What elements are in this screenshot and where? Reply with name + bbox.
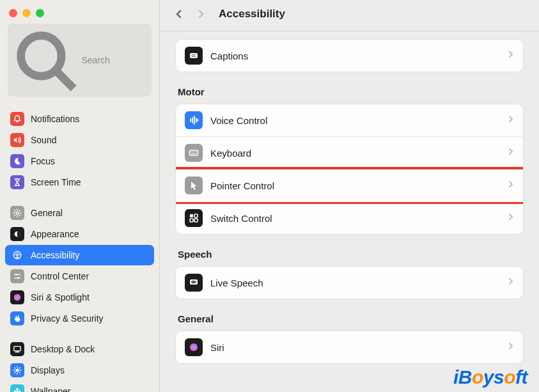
row-switch-control[interactable]: Switch Control: [176, 201, 523, 234]
row-label: Keyboard: [210, 148, 251, 159]
row-label: Siri: [210, 342, 224, 353]
svg-rect-12: [15, 351, 20, 352]
speaker-icon: [10, 133, 24, 147]
sidebar-item-label: Wallpaper: [31, 386, 71, 393]
sidebar-item-label: Displays: [31, 365, 65, 375]
svg-rect-11: [14, 346, 21, 350]
sidebar-item-label: Focus: [31, 156, 55, 166]
sidebar-item-screen-time[interactable]: Screen Time: [5, 172, 154, 192]
back-button[interactable]: [171, 6, 187, 22]
svg-rect-47: [194, 219, 198, 222]
sidebar-item-control-center[interactable]: Control Center: [5, 266, 154, 286]
row-captions[interactable]: CCCaptions: [176, 40, 523, 72]
sidebar-item-sound[interactable]: Sound: [5, 130, 154, 150]
sidebar-item-focus[interactable]: Focus: [5, 151, 154, 171]
pointer-icon: [185, 176, 203, 194]
sidebar-item-general[interactable]: General: [5, 203, 154, 223]
sidebar-item-label: Control Center: [31, 271, 89, 281]
svg-line-20: [15, 372, 15, 373]
svg-point-5: [17, 253, 18, 254]
row-siri[interactable]: Siri: [176, 331, 523, 363]
chevron-right-icon: [508, 212, 514, 224]
sidebar-item-displays[interactable]: Displays: [5, 360, 154, 380]
sidebar-list: NotificationsSoundFocusScreen TimeGenera…: [0, 104, 159, 393]
row-label: Switch Control: [210, 213, 272, 224]
sidebar: NotificationsSoundFocusScreen TimeGenera…: [0, 0, 160, 392]
row-label: Live Speech: [210, 278, 263, 288]
minimize-window-button[interactable]: [22, 9, 31, 17]
sidebar-item-accessibility[interactable]: Accessibility: [5, 245, 154, 265]
svg-point-9: [17, 277, 19, 279]
sidebar-item-notifications[interactable]: Notifications: [5, 109, 154, 129]
svg-rect-38: [191, 152, 191, 152]
sidebar-item-label: Screen Time: [31, 177, 81, 187]
chevron-right-icon: [508, 180, 514, 191]
svg-point-26: [17, 390, 19, 392]
captions-icon: CC: [185, 47, 203, 65]
chevron-left-icon: [174, 9, 184, 19]
chevron-right-icon: [508, 277, 514, 288]
svg-point-13: [15, 368, 19, 372]
accessibility-icon: [10, 248, 24, 262]
appearance-icon: [10, 227, 24, 241]
settings-panel: Siri: [175, 331, 524, 364]
settings-panel: Voice ControlKeyboardPointer ControlSwit…: [175, 104, 524, 235]
sidebar-item-appearance[interactable]: Appearance: [5, 224, 154, 244]
sidebar-item-label: Accessibility: [31, 250, 79, 260]
gear-icon: [10, 206, 24, 220]
sidebar-item-siri-spotlight[interactable]: Siri & Spotlight: [5, 287, 154, 308]
section-label-speech: Speech: [178, 249, 521, 260]
section-label-motor: Motor: [178, 86, 521, 97]
sidebar-item-label: Sound: [31, 135, 56, 145]
svg-line-18: [15, 367, 15, 368]
svg-point-2: [16, 212, 19, 214]
sun-icon: [10, 363, 24, 377]
svg-rect-40: [193, 152, 194, 152]
svg-rect-41: [194, 152, 195, 152]
sidebar-item-label: General: [31, 208, 63, 218]
hand-icon: [10, 311, 24, 325]
svg-point-22: [16, 388, 19, 390]
moon-icon: [10, 154, 24, 168]
chevron-right-icon: [508, 50, 514, 61]
chevron-right-icon: [508, 341, 514, 353]
hourglass-icon: [10, 175, 24, 189]
search-field[interactable]: [8, 24, 152, 97]
sidebar-item-desktop-dock[interactable]: Desktop & Dock: [5, 339, 154, 359]
svg-rect-48: [190, 279, 198, 285]
dock-icon: [10, 342, 24, 356]
sidebar-item-label: Appearance: [31, 229, 79, 239]
svg-point-0: [21, 36, 61, 76]
sliders-icon: [10, 269, 24, 283]
row-label: Pointer Control: [210, 180, 274, 191]
search-input[interactable]: [82, 55, 147, 65]
keyboard-icon: [185, 144, 203, 162]
bell-icon: [10, 112, 24, 126]
forward-button[interactable]: [193, 6, 208, 22]
row-voice-control[interactable]: Voice Control: [176, 104, 523, 136]
svg-rect-45: [194, 214, 198, 217]
svg-line-1: [58, 72, 74, 88]
svg-point-53: [190, 343, 198, 351]
row-keyboard[interactable]: Keyboard: [176, 136, 523, 169]
row-live-speech[interactable]: Live Speech: [176, 267, 523, 299]
svg-rect-39: [192, 152, 192, 152]
sidebar-item-label: Siri & Spotlight: [31, 292, 90, 302]
chevron-right-icon: [196, 9, 206, 19]
fullscreen-window-button[interactable]: [36, 9, 44, 17]
svg-rect-46: [190, 219, 193, 222]
livespeech-icon: [185, 274, 203, 292]
close-window-button[interactable]: [9, 9, 17, 17]
row-pointer-control[interactable]: Pointer Control: [176, 169, 523, 201]
settings-panel: CCCaptions: [175, 39, 524, 72]
sidebar-item-label: Notifications: [31, 114, 79, 124]
voice-icon: [185, 111, 203, 129]
chevron-right-icon: [508, 147, 514, 159]
row-label: Voice Control: [210, 115, 267, 126]
chevron-right-icon: [508, 114, 514, 126]
sidebar-item-wallpaper[interactable]: Wallpaper: [5, 381, 154, 393]
svg-line-21: [19, 367, 20, 368]
svg-rect-43: [191, 153, 196, 154]
svg-point-10: [14, 294, 21, 301]
sidebar-item-privacy-security[interactable]: Privacy & Security: [5, 308, 154, 329]
